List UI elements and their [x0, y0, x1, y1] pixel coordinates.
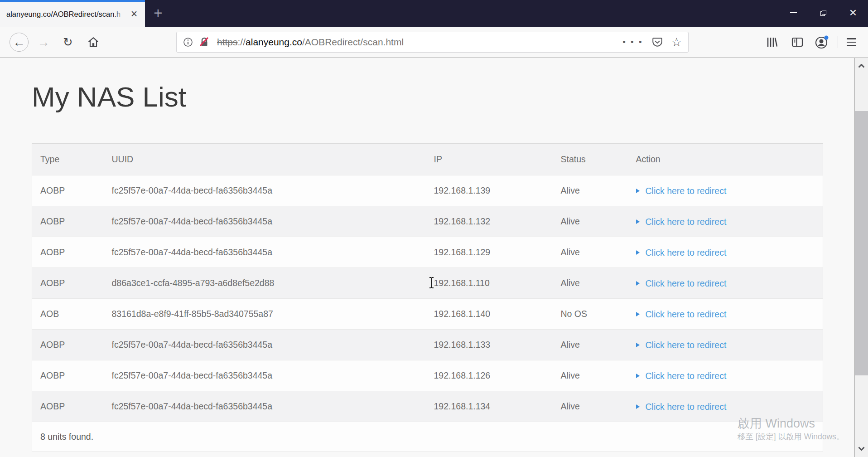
library-icon — [765, 36, 778, 49]
ip-cell: 192.168.1.129 — [426, 237, 553, 268]
redirect-link[interactable]: Click here to redirect — [636, 248, 727, 258]
table-body: AOBPfc25f57e-00a7-44da-becd-fa6356b3445a… — [32, 175, 823, 422]
redirect-link-label: Click here to redirect — [646, 248, 727, 258]
status-cell: Alive — [553, 237, 628, 268]
page-actions-icon[interactable]: • • • — [622, 37, 643, 47]
action-cell: Click here to redirect — [628, 268, 823, 299]
ip-cell: 192.168.1.139 — [426, 175, 553, 206]
arrow-right-icon — [636, 219, 640, 224]
header-uuid: UUID — [104, 144, 426, 175]
units-found-label: 8 units found. — [32, 422, 823, 452]
sidebar-button[interactable] — [788, 27, 807, 57]
ip-cell: 192.168.1.133 — [426, 330, 553, 360]
home-button[interactable] — [84, 27, 102, 57]
bookmark-star-icon[interactable]: ☆ — [671, 35, 682, 49]
table-row: AOB83161d8a-e8f9-41ff-85b5-8ad340755a871… — [32, 299, 823, 330]
redirect-link-label: Click here to redirect — [646, 278, 727, 289]
redirect-link[interactable]: Click here to redirect — [636, 402, 727, 412]
page-content: My NAS List Type UUID IP Status Action A… — [0, 58, 854, 457]
type-cell: AOB — [32, 299, 104, 330]
menu-button[interactable] — [842, 27, 861, 57]
type-cell: AOBP — [32, 391, 104, 422]
vertical-scrollbar[interactable] — [854, 58, 868, 457]
uuid-cell: fc25f57e-00a7-44da-becd-fa6356b3445a — [104, 175, 426, 206]
header-ip: IP — [426, 144, 553, 175]
tab-title: alanyeung.co/AOBRedirect/scan.h — [6, 0, 127, 27]
forward-button[interactable]: → — [35, 27, 52, 57]
arrow-right-icon — [636, 281, 640, 286]
table-row: AOBPfc25f57e-00a7-44da-becd-fa6356b3445a… — [32, 391, 823, 422]
arrow-right-icon — [636, 343, 640, 347]
ip-cell: 192.168.1.132 — [426, 206, 553, 237]
url-bar[interactable]: https://alanyeung.co/AOBRedirect/scan.ht… — [176, 32, 689, 53]
page-title: My NAS List — [32, 81, 854, 113]
uuid-cell: d86a3ce1-ccfa-4895-a793-a6d8ef5e2d88 — [104, 268, 426, 299]
redirect-link[interactable]: Click here to redirect — [636, 278, 727, 289]
new-tab-button[interactable]: + — [149, 0, 167, 27]
status-cell: Alive — [553, 391, 628, 422]
scrollbar-thumb[interactable] — [855, 111, 868, 375]
action-cell: Click here to redirect — [628, 391, 823, 422]
close-button[interactable]: × — [838, 0, 868, 25]
url-separator: :// — [238, 37, 246, 47]
site-info-icon[interactable] — [183, 37, 193, 47]
redirect-link[interactable]: Click here to redirect — [636, 371, 727, 381]
status-cell: Alive — [553, 175, 628, 206]
account-icon — [814, 34, 829, 50]
chevron-up-icon — [858, 64, 865, 68]
type-cell: AOBP — [32, 330, 104, 360]
arrow-right-icon — [636, 312, 640, 316]
forward-icon: → — [38, 35, 50, 49]
minimize-button[interactable] — [778, 0, 808, 25]
menu-icon — [847, 38, 856, 39]
status-cell: Alive — [553, 360, 628, 391]
tab-close-icon[interactable]: × — [128, 0, 140, 27]
back-button[interactable]: ← — [10, 33, 29, 52]
redirect-link[interactable]: Click here to redirect — [636, 186, 727, 196]
redirect-link-label: Click here to redirect — [646, 186, 727, 196]
type-cell: AOBP — [32, 268, 104, 299]
browser-tab[interactable]: alanyeung.co/AOBRedirect/scan.h × — [0, 0, 145, 27]
restore-icon — [820, 10, 826, 16]
status-cell: Alive — [553, 330, 628, 360]
uuid-cell: fc25f57e-00a7-44da-becd-fa6356b3445a — [104, 330, 426, 360]
action-cell: Click here to redirect — [628, 175, 823, 206]
account-button[interactable] — [812, 27, 832, 57]
arrow-right-icon — [636, 374, 640, 378]
table-footer-row: 8 units found. — [32, 422, 823, 452]
ip-cell: 192.168.1.110 — [426, 268, 553, 299]
titlebar: alanyeung.co/AOBRedirect/scan.h × + × — [0, 0, 868, 27]
ip-cell: 192.168.1.140 — [426, 299, 553, 330]
uuid-cell: fc25f57e-00a7-44da-becd-fa6356b3445a — [104, 360, 426, 391]
home-icon — [87, 36, 99, 48]
restore-button[interactable] — [808, 0, 838, 25]
redirect-link[interactable]: Click here to redirect — [636, 217, 727, 227]
library-button[interactable] — [762, 27, 781, 57]
tab-title-fade — [113, 2, 129, 27]
table-row: AOBPfc25f57e-00a7-44da-becd-fa6356b3445a… — [32, 237, 823, 268]
table-row: AOBPfc25f57e-00a7-44da-becd-fa6356b3445a… — [32, 206, 823, 237]
pocket-icon[interactable] — [651, 36, 663, 48]
window-controls: × — [778, 0, 868, 25]
url-host: alanyeung.co — [246, 37, 302, 47]
action-cell: Click here to redirect — [628, 206, 823, 237]
insecure-lock-icon[interactable] — [199, 37, 210, 48]
action-cell: Click here to redirect — [628, 237, 823, 268]
nas-table: Type UUID IP Status Action AOBPfc25f57e-… — [32, 143, 823, 452]
ip-cell: 192.168.1.134 — [426, 391, 553, 422]
chevron-down-icon — [858, 447, 865, 451]
redirect-link[interactable]: Click here to redirect — [636, 309, 727, 320]
reload-button[interactable]: ↻ — [59, 27, 77, 57]
arrow-right-icon — [636, 404, 640, 409]
type-cell: AOBP — [32, 237, 104, 268]
sidebar-icon — [791, 36, 804, 49]
url-text: https://alanyeung.co/AOBRedirect/scan.ht… — [217, 37, 404, 48]
redirect-link[interactable]: Click here to redirect — [636, 340, 727, 350]
scroll-up-button[interactable] — [855, 59, 868, 73]
type-cell: AOBP — [32, 206, 104, 237]
status-cell: No OS — [553, 299, 628, 330]
scroll-down-button[interactable] — [855, 442, 868, 455]
type-cell: AOBP — [32, 175, 104, 206]
uuid-cell: fc25f57e-00a7-44da-becd-fa6356b3445a — [104, 237, 426, 268]
redirect-link-label: Click here to redirect — [646, 217, 727, 227]
